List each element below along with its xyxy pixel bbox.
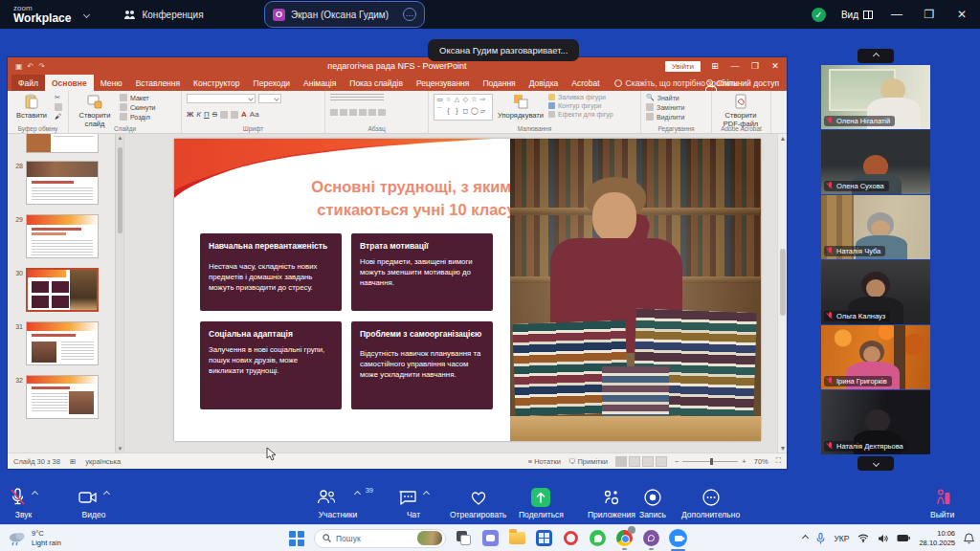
ribbon-tab-file[interactable]: Файл [11,75,45,91]
char-spacing-button[interactable] [231,111,238,119]
taskbar-viber[interactable] [642,529,660,547]
comments-button[interactable]: 🗨 Примітки [568,457,608,466]
video-button[interactable]: Видео [78,488,109,519]
copy-button[interactable] [55,103,62,111]
notes-button[interactable]: ≡ Нотатки [528,457,561,466]
replace-button[interactable]: Замінити [646,103,684,111]
ribbon-tab-help[interactable]: Довідка [523,75,566,91]
notification-bell-icon[interactable] [964,533,974,544]
participant-tile[interactable]: Ольга Калнауз [821,260,930,324]
share-screen-button[interactable]: Поделиться [519,488,564,519]
ribbon-tab-transitions[interactable]: Переходи [247,75,298,91]
leave-button[interactable]: Выйти [930,488,954,519]
font-color-button[interactable]: A [241,110,247,119]
slideshow-view-icon[interactable] [656,456,667,467]
video-options-caret[interactable] [103,491,110,497]
slide-box-overload[interactable]: Навчальна перевантаженість Нестача часу,… [200,233,342,311]
scroll-up-icon[interactable]: ▲ [778,135,788,142]
slide-box-selforg[interactable]: Проблеми з самоорганізацією Відсутність … [351,321,493,409]
ppt-minimize-icon[interactable]: — [729,61,741,71]
task-view-button[interactable] [455,529,473,547]
thumbnail-29[interactable]: 29 [11,214,99,258]
language-indicator[interactable]: українська [85,457,121,466]
ribbon-tab-view[interactable]: Подання [476,75,522,91]
taskbar-teams-chat[interactable] [481,529,500,547]
shape-outline-button[interactable]: Контур фігури [548,102,613,109]
ribbon-tab-home[interactable]: Основне [45,75,94,91]
bold-button[interactable]: Ж [187,110,193,119]
search-box[interactable]: Пошук [314,529,446,548]
tray-mic-icon[interactable] [816,533,825,544]
sorter-view-icon[interactable] [629,456,640,467]
ribbon-tab-acrobat[interactable]: Acrobat [565,75,606,91]
scrollbar-thumb[interactable] [118,147,122,233]
participants-button[interactable]: 39 Участники [316,488,360,519]
ribbon-tab-animations[interactable]: Анімація [297,75,343,91]
select-button[interactable]: Виділити [646,113,684,121]
format-painter-button[interactable]: 🖌 [55,113,62,120]
ribbon-tab-design[interactable]: Конструктор [187,75,246,91]
react-button[interactable]: Отреагировать [450,488,506,519]
thumbnail-27[interactable] [11,134,99,153]
find-button[interactable]: 🔍Знайти [646,94,684,101]
italic-button[interactable]: К [196,110,201,119]
alignment-buttons[interactable] [330,109,388,116]
ppt-maximize-icon[interactable]: ❐ [749,61,761,71]
ribbon-options-icon[interactable]: ⊞ [709,61,721,71]
participant-tile[interactable]: Наталія Чуба [821,195,930,259]
wifi-icon[interactable] [858,534,869,542]
language-switcher[interactable]: УКР [834,534,849,543]
share-button[interactable]: Спільний доступ [706,78,779,88]
thumbnail-scrollbar[interactable]: ▲ ▼ [115,134,123,452]
strikethrough-button[interactable]: S [212,110,217,119]
ribbon-tab-review[interactable]: Рецензування [410,75,476,91]
maximize-icon[interactable]: ❐ [921,8,938,21]
participants-options-caret[interactable] [354,491,361,497]
list-buttons[interactable] [330,94,384,102]
close-icon[interactable]: ✕ [953,8,970,21]
scroll-up-icon[interactable]: ▲ [117,135,123,141]
shield-check-icon[interactable]: ✓ [812,8,826,22]
taskbar-opera[interactable] [562,529,580,547]
chat-options-caret[interactable] [423,491,430,497]
scroll-down-icon[interactable]: ▼ [117,446,123,452]
create-pdf-button[interactable]: Створити PDF-файл [717,94,765,128]
audio-options-caret[interactable] [32,491,38,497]
tab-screen-share[interactable]: О Экран (Оксана Гудим) … [264,1,425,28]
slide-canvas[interactable]: Основні труднощі, з якими стикаються учн… [174,139,761,441]
slide-box-social[interactable]: Соціальна адаптація Залучення в нові соц… [200,321,342,409]
shape-fill-button[interactable]: Заливка фігури [548,94,613,100]
quick-access-toolbar[interactable]: ▣ ↶ ↷ [15,62,45,71]
section-button[interactable]: Розділ [120,113,156,121]
tab-conference[interactable]: Конференция [114,0,212,29]
taskbar-chrome[interactable] [615,529,634,547]
undo-icon[interactable]: ↶ [28,62,34,71]
paste-button[interactable]: Вставити [12,94,51,120]
start-button[interactable] [287,529,305,547]
taskbar-file-explorer[interactable] [508,529,526,547]
ribbon-tab-slideshow[interactable]: Показ слайдів [343,75,410,91]
minimize-icon[interactable]: — [888,8,905,21]
font-size-select[interactable] [258,94,281,103]
volume-icon[interactable] [878,534,888,543]
participant-tile[interactable]: Наталія Дехтярьова [821,390,930,454]
participant-tile[interactable]: Олена Нігалатій [821,65,930,129]
participant-tile[interactable]: Ірина Григорків [821,325,930,389]
new-slide-button[interactable]: Створити слайд [74,94,116,128]
reading-view-icon[interactable] [642,456,654,467]
cut-button[interactable]: ✂ [55,94,62,101]
thumbnail-32[interactable]: 32 [11,375,99,419]
zoom-level[interactable]: 70% [754,457,768,466]
scroll-down-icon[interactable]: ▼ [778,445,788,452]
tray-chevron-up-icon[interactable] [802,535,809,541]
shape-effects-button[interactable]: Ефекти для фігур [548,111,613,118]
signin-button[interactable]: Увійти [665,61,701,72]
view-switcher[interactable] [615,456,667,467]
taskbar-zoom-active[interactable] [669,529,687,547]
chat-button[interactable]: Чат [398,488,429,519]
battery-icon[interactable] [897,534,910,542]
participant-tile[interactable]: Олена Сухова [821,130,930,194]
clock[interactable]: 10:06 28.10.2025 [919,529,955,548]
save-icon[interactable]: ▣ [15,62,23,71]
participants-scroll-down-button[interactable] [858,456,894,471]
